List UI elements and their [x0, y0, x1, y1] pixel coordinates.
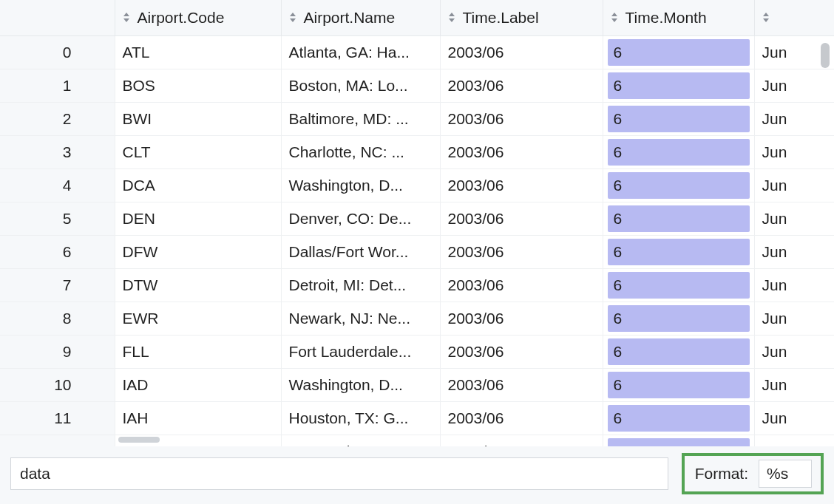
cell-time-label[interactable]: 2003/06 — [440, 435, 603, 446]
row-index-cell[interactable]: 3 — [0, 135, 115, 168]
horizontal-scrollbar-thumb[interactable] — [118, 437, 160, 443]
row-index-cell[interactable]: 8 — [0, 302, 115, 335]
cell-airport-name[interactable]: Atlanta, GA: Ha... — [281, 35, 440, 69]
cell-time-label[interactable]: 2003/06 — [440, 69, 603, 102]
column-header-airport-code[interactable]: Airport.Code — [115, 0, 281, 35]
column-header-time-month[interactable]: Time.Month — [603, 0, 754, 35]
cell-time-month[interactable]: 6 — [603, 302, 754, 335]
row-index-cell[interactable]: 6 — [0, 235, 115, 268]
cell-time-label[interactable]: 2003/06 — [440, 268, 603, 302]
row-index-cell[interactable]: 1 — [0, 69, 115, 102]
cell-airport-code[interactable]: BWI — [115, 102, 281, 135]
row-index-cell[interactable]: 10 — [0, 368, 115, 401]
cell-airport-name[interactable]: Detroit, MI: Det... — [281, 268, 440, 302]
cell-next-column[interactable]: Jun — [754, 401, 834, 435]
cell-airport-name[interactable]: Fort Lauderdale... — [281, 335, 440, 368]
cell-airport-name[interactable]: Houston, TX: G... — [281, 401, 440, 435]
column-header-index[interactable] — [0, 0, 115, 35]
cell-airport-code[interactable]: IAH — [115, 401, 281, 435]
cell-airport-name[interactable]: Denver, CO: De... — [281, 202, 440, 235]
cell-time-label[interactable]: 2003/06 — [440, 335, 603, 368]
cell-airport-code[interactable]: DEN — [115, 202, 281, 235]
cell-time-month[interactable]: 6 — [603, 35, 754, 69]
cell-airport-code[interactable]: EWR — [115, 302, 281, 335]
cell-next-column[interactable]: Jun — [754, 235, 834, 268]
cell-next-column[interactable]: Jun — [754, 268, 834, 302]
sort-icon[interactable] — [289, 13, 296, 22]
row-index-cell[interactable]: 12 — [0, 435, 115, 446]
table-row[interactable]: 1BOSBoston, MA: Lo...2003/066Jun — [0, 69, 834, 102]
cell-time-month[interactable]: 6 — [603, 401, 754, 435]
column-header-airport-name[interactable]: Airport.Name — [281, 0, 440, 35]
cell-time-month[interactable]: 6 — [603, 135, 754, 168]
table-row[interactable]: 2BWIBaltimore, MD: ...2003/066Jun — [0, 102, 834, 135]
cell-airport-name[interactable]: Baltimore, MD: ... — [281, 102, 440, 135]
table-row[interactable]: 11IAHHouston, TX: G...2003/066Jun — [0, 401, 834, 435]
cell-next-column[interactable]: Jun — [754, 302, 834, 335]
row-index-cell[interactable]: 5 — [0, 202, 115, 235]
cell-airport-name[interactable]: Dallas/Fort Wor... — [281, 235, 440, 268]
cell-time-label[interactable]: 2003/06 — [440, 235, 603, 268]
row-index-cell[interactable]: 9 — [0, 335, 115, 368]
cell-next-column[interactable]: Jun — [754, 168, 834, 202]
cell-time-month[interactable]: 6 — [603, 368, 754, 401]
cell-airport-name[interactable]: Washington, D... — [281, 168, 440, 202]
sort-icon[interactable] — [123, 13, 130, 22]
sort-icon[interactable] — [448, 13, 455, 22]
table-row[interactable]: 10IADWashington, D...2003/066Jun — [0, 368, 834, 401]
cell-airport-name[interactable]: Boston, MA: Lo... — [281, 69, 440, 102]
cell-airport-name[interactable]: Newark, NJ: Ne... — [281, 302, 440, 335]
table-row[interactable]: 4DCAWashington, D...2003/066Jun — [0, 168, 834, 202]
table-row[interactable]: 3CLTCharlotte, NC: ...2003/066Jun — [0, 135, 834, 168]
row-index-cell[interactable]: 4 — [0, 168, 115, 202]
cell-time-month[interactable]: 6 — [603, 435, 754, 446]
cell-airport-name[interactable]: Charlotte, NC: ... — [281, 135, 440, 168]
cell-time-label[interactable]: 2003/06 — [440, 102, 603, 135]
table-row[interactable]: 5DENDenver, CO: De...2003/066Jun — [0, 202, 834, 235]
table-row[interactable]: 0ATLAtlanta, GA: Ha...2003/066Jun — [0, 35, 834, 69]
sort-icon[interactable] — [762, 13, 770, 22]
cell-time-label[interactable]: 2003/06 — [440, 302, 603, 335]
table-row[interactable]: 9FLLFort Lauderdale...2003/066Jun — [0, 335, 834, 368]
table-row[interactable]: 7DTWDetroit, MI: Det...2003/066Jun — [0, 268, 834, 302]
table-row[interactable]: 8EWRNewark, NJ: Ne...2003/066Jun — [0, 302, 834, 335]
column-header-next[interactable] — [754, 0, 834, 35]
cell-next-column[interactable]: Jun — [754, 435, 834, 446]
cell-airport-name[interactable]: New York, NY: ... — [281, 435, 440, 446]
table-row[interactable]: 6DFWDallas/Fort Wor...2003/066Jun — [0, 235, 834, 268]
cell-airport-code[interactable]: BOS — [115, 69, 281, 102]
row-index-cell[interactable]: 7 — [0, 268, 115, 302]
cell-next-column[interactable]: Jun — [754, 202, 834, 235]
cell-next-column[interactable]: Jun — [754, 368, 834, 401]
cell-airport-code[interactable]: CLT — [115, 135, 281, 168]
cell-airport-name[interactable]: Washington, D... — [281, 368, 440, 401]
cell-airport-code[interactable]: DCA — [115, 168, 281, 202]
cell-time-label[interactable]: 2003/06 — [440, 202, 603, 235]
cell-time-month[interactable]: 6 — [603, 268, 754, 302]
cell-airport-code[interactable]: DFW — [115, 235, 281, 268]
cell-time-label[interactable]: 2003/06 — [440, 368, 603, 401]
cell-time-month[interactable]: 6 — [603, 69, 754, 102]
cell-time-month[interactable]: 6 — [603, 235, 754, 268]
cell-airport-code[interactable]: FLL — [115, 335, 281, 368]
cell-next-column[interactable]: Jun — [754, 135, 834, 168]
column-header-time-label[interactable]: Time.Label — [440, 0, 603, 35]
sort-icon[interactable] — [611, 13, 618, 22]
cell-time-month[interactable]: 6 — [603, 335, 754, 368]
cell-next-column[interactable]: Jun — [754, 102, 834, 135]
cell-time-label[interactable]: 2003/06 — [440, 401, 603, 435]
cell-airport-code[interactable]: IAD — [115, 368, 281, 401]
variable-name-input[interactable] — [10, 457, 668, 490]
vertical-scrollbar-thumb[interactable] — [821, 43, 830, 68]
cell-airport-code[interactable]: DTW — [115, 268, 281, 302]
cell-time-month[interactable]: 6 — [603, 168, 754, 202]
format-input[interactable] — [759, 460, 812, 488]
row-index-cell[interactable]: 2 — [0, 102, 115, 135]
cell-time-label[interactable]: 2003/06 — [440, 168, 603, 202]
cell-time-label[interactable]: 2003/06 — [440, 35, 603, 69]
cell-time-month[interactable]: 6 — [603, 202, 754, 235]
cell-time-label[interactable]: 2003/06 — [440, 135, 603, 168]
row-index-cell[interactable]: 0 — [0, 35, 115, 69]
cell-next-column[interactable]: Jun — [754, 335, 834, 368]
cell-next-column[interactable]: Jun — [754, 69, 834, 102]
